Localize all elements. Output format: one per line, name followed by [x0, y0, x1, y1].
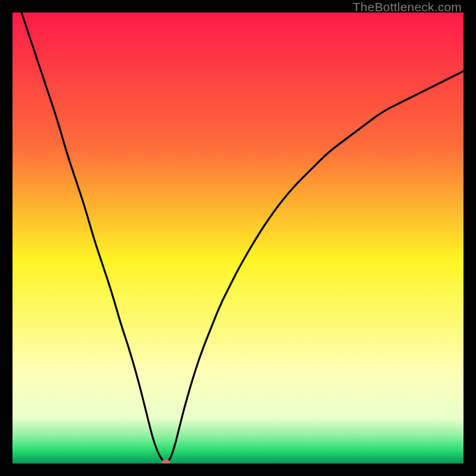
chart-frame	[12, 12, 464, 464]
gradient-background	[12, 12, 464, 464]
bottleneck-chart	[12, 12, 464, 464]
watermark-text: TheBottleneck.com	[353, 0, 462, 14]
